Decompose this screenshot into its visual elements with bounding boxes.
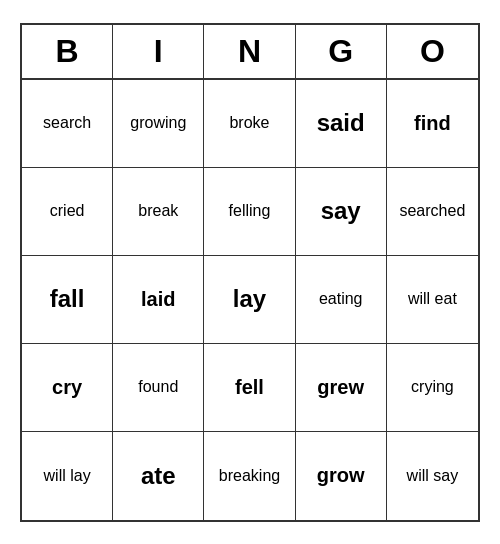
bingo-cell: breaking [204, 432, 295, 520]
bingo-cell: find [387, 80, 478, 168]
bingo-header-letter: B [22, 25, 113, 78]
bingo-cell: searched [387, 168, 478, 256]
bingo-cell: cried [22, 168, 113, 256]
bingo-cell: broke [204, 80, 295, 168]
bingo-cell: say [296, 168, 387, 256]
bingo-header-letter: O [387, 25, 478, 78]
bingo-header-letter: N [204, 25, 295, 78]
bingo-cell: crying [387, 344, 478, 432]
bingo-grid: searchgrowingbrokesaidfindcriedbreakfell… [22, 80, 478, 520]
bingo-cell: found [113, 344, 204, 432]
bingo-cell: will eat [387, 256, 478, 344]
bingo-cell: fall [22, 256, 113, 344]
bingo-cell: will lay [22, 432, 113, 520]
bingo-cell: ate [113, 432, 204, 520]
bingo-cell: will say [387, 432, 478, 520]
bingo-header-letter: G [296, 25, 387, 78]
bingo-header-letter: I [113, 25, 204, 78]
bingo-cell: lay [204, 256, 295, 344]
bingo-cell: growing [113, 80, 204, 168]
bingo-cell: laid [113, 256, 204, 344]
bingo-cell: grow [296, 432, 387, 520]
bingo-header: BINGO [22, 25, 478, 80]
bingo-cell: eating [296, 256, 387, 344]
bingo-card: BINGO searchgrowingbrokesaidfindcriedbre… [20, 23, 480, 522]
bingo-cell: cry [22, 344, 113, 432]
bingo-cell: break [113, 168, 204, 256]
bingo-cell: fell [204, 344, 295, 432]
bingo-cell: felling [204, 168, 295, 256]
bingo-cell: said [296, 80, 387, 168]
bingo-cell: search [22, 80, 113, 168]
bingo-cell: grew [296, 344, 387, 432]
